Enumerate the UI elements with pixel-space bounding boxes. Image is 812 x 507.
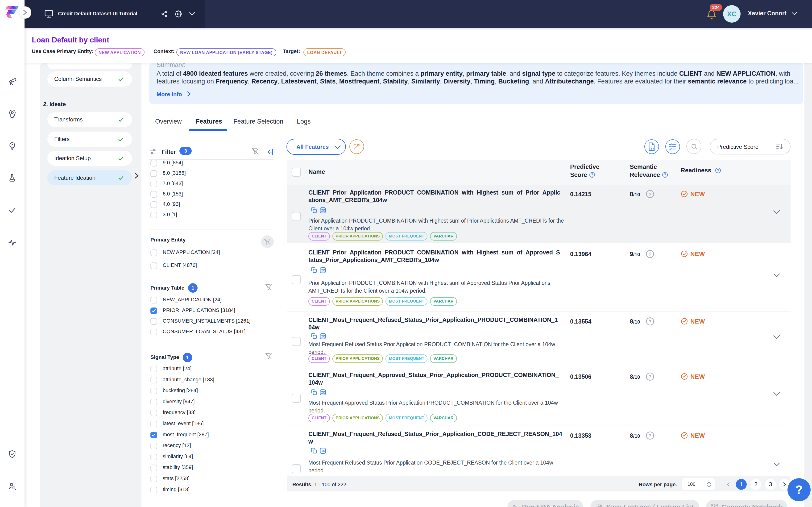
svg-text:CSV: CSV bbox=[649, 148, 654, 150]
svg-text:ID: ID bbox=[321, 209, 325, 213]
svg-text:ID: ID bbox=[321, 335, 325, 338]
svg-text:ID: ID bbox=[321, 269, 325, 272]
svg-text:ID: ID bbox=[321, 391, 325, 395]
svg-text:ID: ID bbox=[321, 449, 325, 453]
